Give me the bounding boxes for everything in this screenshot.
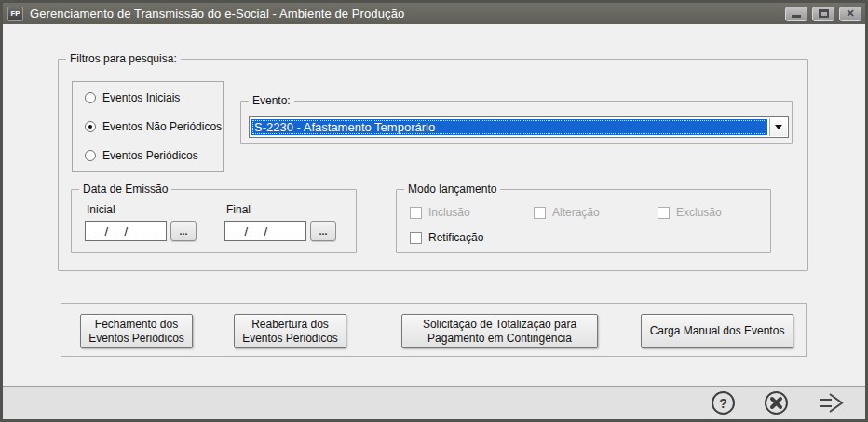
checkbox-exclusao: Exclusão <box>658 206 722 219</box>
svg-text:?: ? <box>719 396 727 411</box>
event-dropdown-button[interactable] <box>769 118 787 136</box>
radio-eventos-iniciais[interactable]: Eventos Iniciais <box>85 91 223 104</box>
app-icon-label: FP <box>10 9 20 18</box>
final-date-browse-button[interactable]: ... <box>310 221 336 241</box>
radio-label: Eventos Iniciais <box>102 91 180 104</box>
radio-eventos-nao-periodicos[interactable]: Eventos Não Periódicos <box>85 120 223 133</box>
checkbox-icon <box>658 207 670 219</box>
reabertura-eventos-periodicos-button[interactable]: Reabertura dos Eventos Periódicos <box>234 314 346 348</box>
cancel-button[interactable] <box>764 390 789 415</box>
cancel-icon <box>764 390 789 415</box>
final-date-input[interactable]: __/__/____ <box>224 221 306 241</box>
checkbox-label: Inclusão <box>428 206 470 219</box>
checkbox-label: Alteração <box>552 206 600 219</box>
chevron-down-icon <box>775 125 782 129</box>
event-groupbox: Evento: S-2230 - Afastamento Temporário <box>240 101 793 144</box>
radio-icon <box>85 150 96 161</box>
checkbox-icon <box>410 207 422 219</box>
filters-group-label: Filtros para pesquisa: <box>66 52 181 65</box>
launch-mode-groupbox: Modo lançamento Inclusão Alteração Exclu… <box>396 189 771 253</box>
minimize-icon <box>792 15 801 18</box>
checkbox-label: Retificação <box>428 231 483 244</box>
radio-selected-icon <box>85 121 96 132</box>
radio-icon <box>85 92 96 103</box>
emission-date-group-label: Data de Emissão <box>79 183 171 196</box>
initial-date-input[interactable]: __/__/____ <box>85 221 167 241</box>
checkbox-label: Exclusão <box>676 206 722 219</box>
titlebar: FP Gerenciamento de Transmissão do e-Soc… <box>3 3 865 24</box>
radio-eventos-periodicos[interactable]: Eventos Periódicos <box>85 149 223 162</box>
action-buttons-panel: Fechamento dos Eventos Periódicos Reaber… <box>61 303 807 357</box>
close-icon: ✕ <box>846 8 854 19</box>
radio-label: Eventos Periódicos <box>102 149 198 162</box>
event-type-radio-group: Eventos Iniciais Eventos Não Periódicos … <box>72 81 224 172</box>
carga-manual-eventos-button[interactable]: Carga Manual dos Eventos <box>641 314 793 348</box>
emission-date-groupbox: Data de Emissão Inicial __/__/____ ... F… <box>71 189 357 253</box>
help-icon: ? <box>711 390 736 415</box>
checkbox-inclusao: Inclusão <box>410 206 470 219</box>
final-date-label: Final <box>226 203 251 216</box>
maximize-button[interactable] <box>812 7 834 21</box>
launch-mode-group-label: Modo lançamento <box>404 183 500 196</box>
checkbox-icon <box>410 232 422 244</box>
footer-bar: ? <box>3 386 865 419</box>
initial-date-browse-button[interactable]: ... <box>170 221 197 241</box>
solicitacao-totalizacao-button[interactable]: Solicitação de Totalização para Pagament… <box>401 314 598 348</box>
event-selected-value: S-2230 - Afastamento Temporário <box>251 119 767 135</box>
maximize-icon <box>819 9 829 18</box>
forward-arrow-icon <box>817 390 847 415</box>
fechamento-eventos-periodicos-button[interactable]: Fechamento dos Eventos Periódicos <box>80 314 193 348</box>
forward-button[interactable] <box>817 390 847 415</box>
window-controls: ✕ <box>785 7 861 21</box>
checkbox-alteracao: Alteração <box>534 206 600 219</box>
app-icon: FP <box>7 7 23 21</box>
event-combobox[interactable]: S-2230 - Afastamento Temporário <box>249 116 789 138</box>
minimize-button[interactable] <box>785 7 807 21</box>
help-button[interactable]: ? <box>711 390 736 415</box>
radio-label: Eventos Não Periódicos <box>102 120 222 133</box>
close-button[interactable]: ✕ <box>839 7 861 21</box>
event-group-label: Evento: <box>249 94 294 107</box>
dialog-window: FP Gerenciamento de Transmissão do e-Soc… <box>0 0 868 422</box>
checkbox-icon <box>534 207 546 219</box>
initial-date-label: Inicial <box>87 203 115 216</box>
window-title: Gerenciamento de Transmissão do e-Social… <box>30 7 404 20</box>
checkbox-retificacao[interactable]: Retificação <box>410 231 483 244</box>
